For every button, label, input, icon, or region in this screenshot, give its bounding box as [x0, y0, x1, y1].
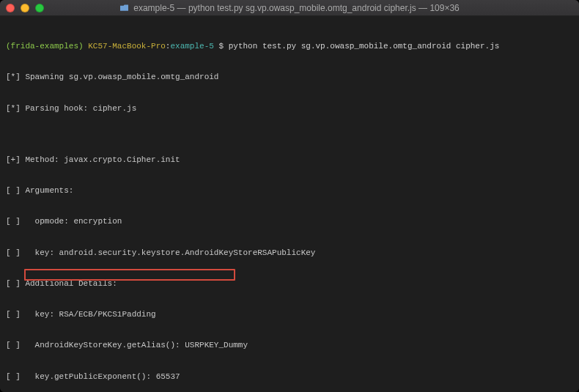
prompt-line: (frida-examples) KC57-MacBook-Pro:exampl… — [6, 41, 573, 51]
output-line: [ ] key: RSA/ECB/PKCS1Padding — [6, 309, 573, 319]
output-line: [ ] opmode: encryption — [6, 216, 573, 226]
host-name: KC57-MacBook-Pro — [88, 42, 166, 51]
terminal-window: example-5 — python test.py sg.vp.owasp_m… — [0, 0, 579, 392]
maximize-icon[interactable] — [35, 4, 44, 12]
folder-icon — [119, 4, 129, 12]
window-title: example-5 — python test.py sg.vp.owasp_m… — [0, 3, 579, 13]
command-text: python test.py sg.vp.owasp_mobile.omtg_a… — [229, 42, 500, 51]
output-line: [*] Parsing hook: cipher.js — [6, 103, 573, 114]
output-line: [+] Method: javax.crypto.Cipher.init — [6, 155, 573, 165]
terminal-body[interactable]: (frida-examples) KC57-MacBook-Pro:exampl… — [0, 16, 579, 392]
output-line: [ ] Arguments: — [6, 185, 573, 196]
output-line: [ ] key.getPublicExponent(): 65537 — [6, 371, 573, 382]
venv-context: (frida-examples) — [6, 42, 84, 51]
output-line: [ ] AndroidKeyStoreKey.getAlias(): USRPK… — [6, 340, 573, 350]
current-dir: example-5 — [170, 42, 213, 51]
window-title-text: example-5 — python test.py sg.vp.owasp_m… — [133, 3, 460, 13]
output-line: [*] Spawning sg.vp.owasp_mobile.omtg_and… — [6, 72, 573, 82]
close-icon[interactable] — [6, 4, 15, 12]
minimize-icon[interactable] — [21, 4, 29, 12]
output-line: [ ] key: android.security.keystore.Andro… — [6, 248, 573, 258]
output-line: [ ] Additional Details: — [6, 278, 573, 289]
titlebar: example-5 — python test.py sg.vp.owasp_m… — [0, 0, 579, 16]
traffic-lights — [6, 4, 44, 12]
